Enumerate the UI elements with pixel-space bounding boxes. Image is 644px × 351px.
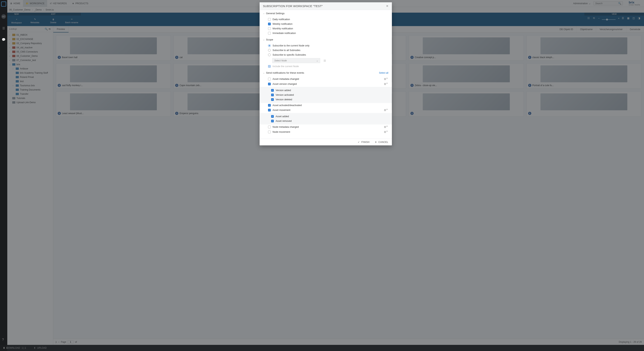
notification-option[interactable]: Immediate notification bbox=[264, 31, 388, 36]
modal-overlay: SUBSCRIPTION FOR WORKSPACE "TEST" ✕ ⌄Gen… bbox=[7, 0, 644, 351]
checkbox[interactable] bbox=[268, 27, 271, 30]
gear-icon[interactable]: ⚙⚙ bbox=[384, 109, 388, 112]
chevron-down-icon[interactable]: ⌄ bbox=[263, 12, 264, 15]
checkbox[interactable] bbox=[268, 126, 271, 128]
download-icon: ⬇ bbox=[3, 346, 5, 349]
checkbox[interactable] bbox=[268, 78, 271, 80]
notification-option[interactable]: Monthly notification bbox=[264, 26, 388, 31]
checkbox[interactable] bbox=[268, 131, 271, 133]
section-events-title: Send notifications for these events bbox=[266, 71, 304, 74]
notification-option[interactable]: Daily notification bbox=[264, 17, 388, 22]
checkbox[interactable] bbox=[268, 32, 271, 35]
event-option[interactable]: Node metadata changed⚙⚙ bbox=[260, 125, 392, 130]
scope-radio-option[interactable]: Subscribe to the current Node only bbox=[264, 43, 388, 48]
left-rail: AO ☰ 💬 ? ⏻ bbox=[0, 0, 7, 351]
layers-icon[interactable]: ☰ bbox=[2, 27, 5, 30]
gear-icon[interactable]: ⚙⚙ bbox=[384, 130, 388, 134]
section-scope-title: Scope bbox=[266, 38, 273, 41]
radio[interactable] bbox=[268, 44, 271, 47]
tree-picker-icon[interactable]: ☷ bbox=[324, 59, 326, 62]
scope-radio-option[interactable]: Subscribe to specific Subnodes bbox=[264, 53, 388, 57]
event-option[interactable]: Node movement⚙⚙ bbox=[260, 130, 392, 134]
include-current-node: Include the current Node bbox=[264, 64, 388, 69]
gear-icon[interactable]: ⚙⚙ bbox=[384, 83, 388, 86]
gear-icon[interactable]: ⚙⚙ bbox=[384, 125, 388, 129]
checkbox[interactable] bbox=[268, 23, 271, 25]
checkbox[interactable] bbox=[268, 104, 271, 107]
app-logo[interactable] bbox=[1, 2, 6, 7]
event-option[interactable]: Asset added bbox=[260, 114, 392, 119]
event-option[interactable]: Version activated bbox=[260, 93, 392, 97]
check-icon: ✓ bbox=[358, 141, 360, 143]
chevron-down-icon[interactable]: ⌄ bbox=[263, 39, 264, 41]
chevron-down-icon[interactable]: ⌄ bbox=[263, 72, 264, 74]
event-option[interactable]: Asset movement⚙⚙ bbox=[260, 108, 392, 113]
event-option[interactable]: Asset removed bbox=[260, 119, 392, 123]
notification-option[interactable]: Weekly notification bbox=[264, 22, 388, 26]
radio[interactable] bbox=[268, 49, 271, 52]
event-option[interactable]: Asset activated/deactivated bbox=[260, 103, 392, 108]
scope-radio-option[interactable]: Subscribe to all Subnodes bbox=[264, 48, 388, 53]
modal-close-icon[interactable]: ✕ bbox=[386, 4, 388, 8]
chat-icon[interactable]: 💬 bbox=[2, 38, 6, 42]
checkbox bbox=[268, 65, 271, 68]
select-all-link[interactable]: Select all bbox=[379, 72, 388, 74]
subscription-modal: SUBSCRIPTION FOR WORKSPACE "TEST" ✕ ⌄Gen… bbox=[260, 2, 392, 145]
checkbox[interactable] bbox=[268, 83, 271, 85]
checkbox[interactable] bbox=[271, 98, 274, 101]
cancel-button[interactable]: ✕CANCEL bbox=[375, 141, 388, 143]
close-icon: ✕ bbox=[375, 141, 377, 143]
radio[interactable] bbox=[268, 54, 271, 56]
checkbox[interactable] bbox=[271, 94, 274, 96]
checkbox[interactable] bbox=[271, 120, 274, 122]
checkbox[interactable] bbox=[268, 109, 271, 111]
checkbox[interactable] bbox=[271, 89, 274, 92]
event-option[interactable]: Version deleted bbox=[260, 97, 392, 102]
modal-title: SUBSCRIPTION FOR WORKSPACE "TEST" bbox=[263, 5, 323, 8]
gear-icon[interactable]: ⚙⚙ bbox=[384, 78, 388, 81]
checkbox[interactable] bbox=[268, 18, 271, 21]
checkbox[interactable] bbox=[271, 115, 274, 118]
section-general-title: General Settings bbox=[266, 12, 285, 15]
event-option[interactable]: Asset metadata changed⚙⚙ bbox=[260, 77, 392, 82]
finish-button[interactable]: ✓FINISH bbox=[358, 141, 370, 143]
select-node-dropdown[interactable]: Select Node⌄ bbox=[272, 58, 320, 63]
event-option[interactable]: Version added bbox=[260, 88, 392, 93]
user-avatar[interactable]: AO bbox=[1, 14, 6, 19]
event-option[interactable]: Asset version changed⚙⚙ bbox=[260, 82, 392, 87]
chevron-down-icon: ⌄ bbox=[316, 59, 318, 62]
help-icon[interactable]: ? bbox=[2, 338, 5, 341]
